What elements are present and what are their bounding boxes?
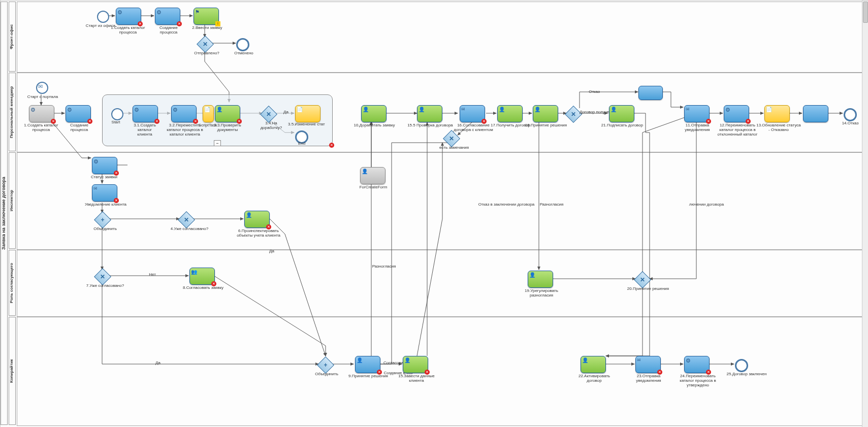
task-14-pre[interactable]	[803, 105, 828, 122]
task-12[interactable]: ⚙✕	[724, 105, 749, 122]
gateway-4-label: 4.Уже согласовано?	[169, 227, 210, 232]
start-event-office[interactable]	[97, 11, 109, 23]
task-35-label: 3.5.Изменение стат	[288, 122, 329, 127]
mail-icon: ✉	[637, 357, 641, 363]
task-21[interactable]: 👤	[609, 105, 634, 122]
task-8[interactable]: 👥✕	[189, 268, 215, 285]
task-1-label: 1.Создать каталог процесса	[110, 26, 146, 35]
gw-da2-label: Да	[153, 361, 163, 366]
subprocess-start[interactable]	[111, 108, 123, 120]
task-2[interactable]: ⚑!	[194, 8, 219, 25]
gateway-34-label: 3.4.На доработку?	[254, 121, 288, 130]
task-24[interactable]: ⚙✕	[684, 356, 710, 373]
bpmn-canvas[interactable]: Заявка на заключение договора Фронт-офис…	[0, 0, 868, 427]
mail-icon: ✉	[461, 107, 465, 112]
end-event-refuse[interactable]	[844, 108, 857, 121]
task-32[interactable]: ⚙✕	[171, 105, 197, 122]
task-scripttask[interactable]: 📄	[203, 105, 214, 122]
task-notify[interactable]: ✉✕	[92, 184, 117, 202]
end-event-cancel[interactable]	[236, 38, 249, 51]
task-10-label: 10.Доработать заявку	[353, 123, 396, 128]
task-6[interactable]: 👤✕	[244, 211, 270, 228]
task-10[interactable]: 👤	[361, 105, 387, 122]
x-icon: ✕	[568, 109, 579, 120]
task-14-label: 14.Отказ	[838, 121, 863, 126]
sp-end-label: End	[294, 142, 309, 146]
task-19[interactable]: 👤	[528, 271, 553, 288]
task-status[interactable]: ⚙✕	[92, 157, 117, 174]
user-icon: 👤	[216, 107, 222, 112]
task-18[interactable]: 👤	[533, 105, 558, 122]
task-11[interactable]: ✉✕	[684, 105, 710, 122]
task-25-label: 25.Договор заключен	[724, 372, 769, 377]
mail-icon: ✉	[93, 186, 98, 191]
end-cancel-label: Отменено	[231, 51, 256, 56]
task-proc2[interactable]: ⚙✕	[66, 105, 91, 122]
x-icon: ✕	[181, 214, 192, 225]
task-35[interactable]: 📄	[295, 105, 320, 122]
task-23-label: 23.Отправка уведомления	[628, 374, 669, 383]
task-22[interactable]: 👤	[581, 356, 606, 373]
task-2-label: 2.Ввести заявку	[189, 26, 225, 30]
task-33[interactable]: 👤✕	[215, 105, 240, 122]
user-icon: 👤	[610, 107, 617, 112]
task-9[interactable]: 👤✕	[355, 356, 380, 373]
start-event-portal[interactable]	[36, 82, 48, 94]
gear-icon: ⚙	[134, 107, 139, 113]
task-15[interactable]: 👤✕	[403, 356, 428, 373]
task-proc1[interactable]: ⚙✕	[155, 8, 180, 25]
user-icon: 👤	[529, 272, 535, 278]
lane-inspector	[17, 152, 862, 250]
task-33-label: 3.3.Проверить документы	[210, 123, 245, 133]
task-17[interactable]: 👤	[497, 105, 523, 122]
lane-label-curator: Копирайтик	[9, 317, 16, 425]
task-status-label: Статус заявки	[86, 175, 122, 180]
refuse-label: Отказ	[582, 90, 607, 94]
edge-refuse-label: Отказ в заключении договора	[476, 203, 537, 207]
gateway-7-label: 7.Уже согласовано?	[85, 284, 125, 288]
user-icon: 👤	[363, 107, 369, 112]
task-8-label: 8.Согласовать заявку	[181, 286, 225, 290]
end-event-done[interactable]	[735, 359, 748, 372]
x-icon: ✕	[263, 109, 274, 120]
task-31[interactable]: ⚙✕	[133, 105, 158, 122]
task-31-label: 3.1.Создать каталог клиента	[126, 123, 163, 137]
user-icon: 👤	[246, 212, 252, 218]
x-icon: ✕	[637, 274, 648, 285]
gear-icon: ⚙	[67, 107, 72, 113]
scroll-thumb[interactable]	[863, 2, 868, 23]
plus-icon: +	[97, 214, 108, 225]
task-fcf-label: ForCreateForm	[353, 185, 394, 190]
task-notify-label: Уведомление клиента	[83, 203, 128, 207]
gateway-20-label: 20.Принятие решения	[625, 287, 671, 291]
task-fcf[interactable]: 👤	[360, 167, 385, 184]
start-portal-label: Старт с портала	[25, 95, 60, 100]
lane-label-pm: Персональный менеджер	[9, 73, 16, 151]
user-icon: 👤	[499, 107, 505, 112]
task-16[interactable]: ✉✕	[460, 105, 485, 122]
task-23[interactable]: ✉✕	[635, 356, 661, 373]
task-1b-label: 1.Создать каталог процесса	[23, 123, 59, 133]
collapse-icon[interactable]: −	[214, 140, 221, 146]
user-icon: 👤	[419, 107, 425, 112]
vertical-scrollbar[interactable]	[862, 1, 868, 427]
task-22-label: 22.Активировать договор	[573, 374, 615, 383]
x-icon: ✕	[97, 271, 108, 282]
gw34-yes-label: Да	[281, 110, 291, 115]
x-icon: ✕	[446, 133, 457, 144]
task-155[interactable]: 👤	[417, 105, 442, 122]
edge-disagree-label: Разногласия	[534, 203, 569, 207]
lane-label-inspector: Инспектор	[9, 152, 16, 249]
gw7-no-label: Нет	[145, 273, 160, 277]
task-1b[interactable]: ⚙✕	[29, 105, 54, 122]
task-1[interactable]: ⚙✕	[116, 8, 141, 25]
task-proc2-label: Создание процесса	[61, 123, 97, 133]
task-21-label: 21.Подписать договор	[601, 123, 644, 128]
mail-icon: ✉	[686, 107, 690, 112]
user-icon: 👤	[357, 357, 363, 363]
task-13[interactable]: 📄	[764, 105, 790, 122]
script-icon: 📄	[204, 107, 210, 112]
gear-icon: ⚙	[30, 107, 36, 113]
user-icon: 👤	[582, 357, 588, 363]
task-refuse-pass[interactable]	[638, 86, 663, 100]
